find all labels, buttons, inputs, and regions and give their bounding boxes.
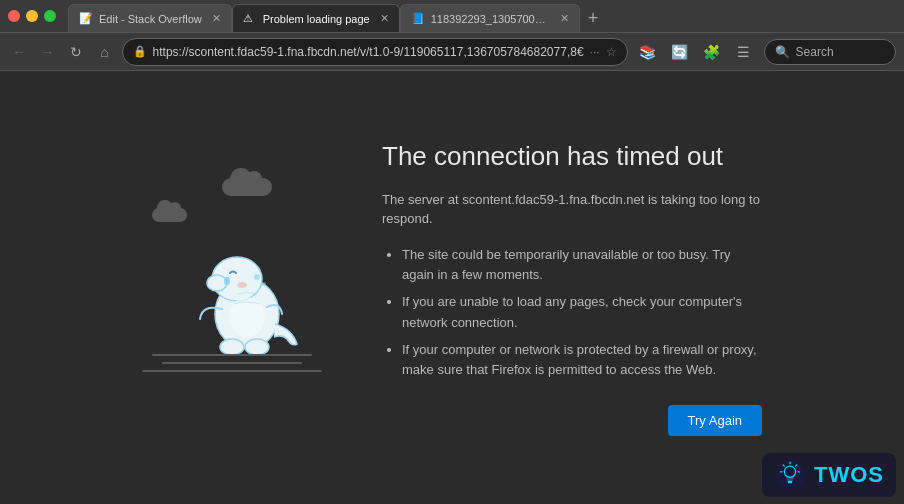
tab3-title: 118392293_13057001529565… <box>431 13 550 25</box>
svg-point-7 <box>229 297 265 337</box>
svg-point-9 <box>262 282 266 286</box>
new-tab-button[interactable]: + <box>580 4 607 32</box>
error-list: The site could be temporarily unavailabl… <box>382 245 762 382</box>
tab-stack-overflow[interactable]: 📝 Edit - Stack Overflow ✕ <box>68 4 232 32</box>
dino-illustration <box>142 158 342 418</box>
error-bullet-2: If you are unable to load any pages, che… <box>402 292 762 334</box>
tab2-favicon: ⚠ <box>243 12 257 26</box>
title-bar: 📝 Edit - Stack Overflow ✕ ⚠ Problem load… <box>0 0 904 32</box>
tab-error-page[interactable]: ⚠ Problem loading page ✕ <box>232 4 400 32</box>
back-button[interactable]: ← <box>8 38 30 66</box>
refresh-button[interactable]: ↻ <box>65 38 87 66</box>
bookmark-icon[interactable]: ☆ <box>606 45 617 59</box>
svg-point-2 <box>207 275 227 291</box>
back-icon: ← <box>12 44 26 60</box>
svg-point-10 <box>776 461 805 490</box>
extensions-icon[interactable]: 🧩 <box>698 38 726 66</box>
ground-line-3 <box>142 370 322 372</box>
error-title: The connection has timed out <box>382 140 762 174</box>
browser-chrome: 📝 Edit - Stack Overflow ✕ ⚠ Problem load… <box>0 0 904 71</box>
search-bar[interactable]: 🔍 Search <box>764 39 896 65</box>
nav-bar: ← → ↻ ⌂ 🔒 https://scontent.fdac59-1.fna.… <box>0 32 904 70</box>
twos-label: TWOS <box>814 462 884 488</box>
tab2-title: Problem loading page <box>263 13 370 25</box>
ground-lines <box>142 354 342 378</box>
refresh-icon: ↻ <box>70 44 82 60</box>
svg-line-17 <box>783 465 784 466</box>
tab3-favicon: 📘 <box>411 12 425 26</box>
error-container: The connection has timed out The server … <box>122 120 782 457</box>
close-button[interactable] <box>8 10 20 22</box>
search-placeholder: Search <box>796 45 834 59</box>
dino-character <box>192 229 302 363</box>
forward-icon: → <box>41 44 55 60</box>
address-icons: ··· ☆ <box>590 45 617 59</box>
sync-icon[interactable]: 🔄 <box>666 38 694 66</box>
cloud1 <box>222 178 272 196</box>
page-content: The connection has timed out The server … <box>0 71 904 504</box>
home-icon: ⌂ <box>100 44 108 60</box>
dots-icon[interactable]: ··· <box>590 45 600 59</box>
library-icon[interactable]: 📚 <box>634 38 662 66</box>
svg-point-6 <box>245 339 269 355</box>
tab-bar: 📝 Edit - Stack Overflow ✕ ⚠ Problem load… <box>68 0 896 32</box>
home-button[interactable]: ⌂ <box>93 38 115 66</box>
error-bullet-1: The site could be temporarily unavailabl… <box>402 245 762 287</box>
svg-point-8 <box>254 274 260 280</box>
cloud2 <box>152 208 187 222</box>
svg-point-3 <box>224 277 230 285</box>
error-text: The connection has timed out The server … <box>382 140 762 437</box>
tab1-close[interactable]: ✕ <box>212 12 221 25</box>
svg-line-15 <box>796 465 797 466</box>
traffic-lights <box>8 10 56 22</box>
error-subtitle: The server at scontent.fdac59-1.fna.fbcd… <box>382 190 762 229</box>
menu-icon[interactable]: ☰ <box>730 38 758 66</box>
tab1-title: Edit - Stack Overflow <box>99 13 202 25</box>
address-bar[interactable]: 🔒 https://scontent.fdac59-1.fna.fbcdn.ne… <box>122 38 628 66</box>
twos-logo-icon <box>774 459 806 491</box>
try-again-button[interactable]: Try Again <box>668 405 762 436</box>
svg-point-5 <box>220 339 244 355</box>
tab2-close[interactable]: ✕ <box>380 12 389 25</box>
ground-line-2 <box>162 362 302 364</box>
lock-icon: 🔒 <box>133 45 147 58</box>
toolbar-icons: 📚 🔄 🧩 ☰ <box>634 38 758 66</box>
tab1-favicon: 📝 <box>79 12 93 26</box>
tab3-close[interactable]: ✕ <box>560 12 569 25</box>
minimize-button[interactable] <box>26 10 38 22</box>
error-bullet-3: If your computer or network is protected… <box>402 340 762 382</box>
forward-button[interactable]: → <box>36 38 58 66</box>
search-icon: 🔍 <box>775 45 790 59</box>
address-text: https://scontent.fdac59-1.fna.fbcdn.net/… <box>153 45 584 59</box>
svg-point-4 <box>237 282 247 288</box>
twos-badge: TWOS <box>762 453 896 497</box>
maximize-button[interactable] <box>44 10 56 22</box>
tab-facebook[interactable]: 📘 118392293_13057001529565… ✕ <box>400 4 580 32</box>
ground-line-1 <box>152 354 312 356</box>
